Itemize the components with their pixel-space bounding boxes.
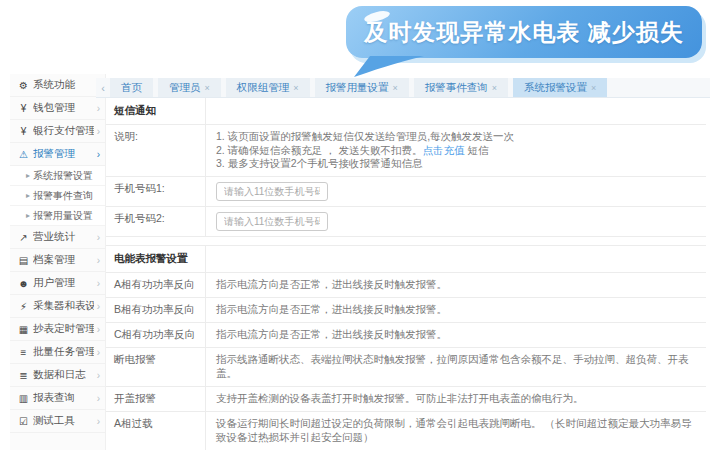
close-icon[interactable]: × (591, 83, 596, 93)
row-desc: 支持开盖检测的设备表盖打开时触发报警。可防止非法打开电表盖的偷电行为。 (206, 387, 706, 411)
sidebar-item-label: 营业统计 (33, 230, 94, 244)
phone2-cell (206, 207, 706, 236)
tab-scroll-left-icon[interactable]: ‹ (96, 78, 110, 97)
chevron-right-icon: › (97, 301, 100, 312)
sidebar-item-label: 用户管理 (33, 276, 94, 290)
sidebar-item-label: 采集器和表设备 (33, 299, 94, 313)
table-row: C相有功功率反向 指示电流方向是否正常，进出线接反时触发报警。 (106, 323, 706, 348)
sidebar-item-collector-devices[interactable]: ⚡ 采集器和表设备 › (10, 295, 105, 318)
yen-icon: ¥ (17, 126, 30, 137)
close-icon[interactable]: × (205, 83, 210, 93)
plug-icon: ⚡ (17, 301, 30, 312)
sidebar-subitem-alarm-usage-settings[interactable]: ▸ 报警用量设置 (10, 206, 105, 226)
sms-notice-panel: 短信通知 说明: 1. 该页面设置的报警触发短信仅发送给管理员,每次触发发送一次… (106, 97, 706, 237)
sidebar-item-meter-reading-schedule[interactable]: ▦ 抄表定时管理 › (10, 318, 105, 341)
app-root: { "colors": { "accent": "#2e7fc0", "bubb… (0, 0, 710, 450)
chevron-right-icon: › (97, 370, 100, 381)
tab-label: 管理员 (169, 81, 201, 95)
recharge-link[interactable]: 点击充值 (423, 144, 465, 156)
sidebar-item-user-management[interactable]: ☻ 用户管理 › (10, 272, 105, 295)
table-row: A相有功功率反向 指示电流方向是否正常，进出线接反时触发报警。 (106, 273, 706, 298)
row-desc: 指示电流方向是否正常，进出线接反时触发报警。 (206, 298, 706, 322)
chevron-right-icon: › (97, 255, 100, 266)
sidebar-subitem-system-alarm-settings[interactable]: ▸ 系统报警设置 (10, 166, 105, 186)
sidebar-item-label: 系统功能 (33, 78, 94, 92)
row-label: C相有功功率反向 (106, 323, 206, 347)
promo-bubble: 及时发现异常水电表 减少损失 (346, 6, 702, 58)
phone1-input[interactable] (216, 182, 328, 201)
chevron-right-icon: › (97, 126, 100, 137)
tab-system-alarm-settings[interactable]: 系统报警设置 × (513, 78, 607, 97)
chevron-right-icon: › (97, 232, 100, 243)
tab-label: 首页 (121, 81, 142, 95)
chevron-right-icon: › (97, 324, 100, 335)
chart-icon: ↗ (17, 232, 30, 243)
tab-alarm-usage-settings[interactable]: 报警用量设置 × (315, 78, 409, 97)
chevron-right-icon: › (97, 347, 100, 358)
meter-alarm-panel: 电能表报警设置 A相有功功率反向 指示电流方向是否正常，进出线接反时触发报警。 … (106, 245, 706, 450)
row-label: 开盖报警 (106, 387, 206, 411)
row-desc: 指示电流方向是否正常，进出线接反时触发报警。 (206, 273, 706, 297)
sidebar-item-label: 档案管理 (33, 253, 94, 267)
row-desc: 指示线路通断状态、表端拉闸状态时触发报警，拉闸原因通常包含余额不足、手动拉闸、超… (206, 348, 706, 386)
phone2-input[interactable] (216, 212, 328, 231)
sidebar-item-wallet[interactable]: ¥ 钱包管理 › (10, 97, 105, 120)
sidebar-subitem-label: 报警用量设置 (33, 209, 93, 223)
sidebar-item-business-stats[interactable]: ↗ 营业统计 › (10, 226, 105, 249)
section-title: 短信通知 (106, 98, 206, 124)
note-line-3: 3. 最多支持设置2个手机号接收报警通知信息 (216, 157, 696, 171)
phone1-cell (206, 177, 706, 206)
table-row: 断电报警 指示线路通断状态、表端拉闸状态时触发报警，拉闸原因通常包含余额不足、手… (106, 348, 706, 387)
sidebar-subitem-alarm-event-query[interactable]: ▸ 报警事件查询 (10, 186, 105, 206)
sidebar-item-label: 测试工具 (33, 414, 94, 428)
folder-icon: ▤ (17, 255, 30, 266)
task-list-icon: ≡ (17, 347, 30, 358)
sidebar-item-label: 银行支付管理 (33, 124, 94, 138)
tab-home[interactable]: 首页 (110, 78, 153, 97)
sidebar-item-label: 钱包管理 (33, 101, 94, 115)
tab-label: 权限组管理 (237, 81, 290, 95)
row-label: 断电报警 (106, 348, 206, 386)
sidebar: ⚙ 系统功能 › ¥ 钱包管理 › ¥ 银行支付管理 › ⚠ 报警管理 › ▸ … (10, 74, 106, 450)
sidebar-item-report-query[interactable]: ▥ 报表查询 › (10, 387, 105, 410)
sidebar-item-batch-tasks[interactable]: ≡ 批量任务管理 › (10, 341, 105, 364)
notes-label: 说明: (106, 125, 206, 176)
chevron-right-icon: › (97, 149, 100, 160)
chevron-right-icon: › (97, 393, 100, 404)
tab-label: 报警事件查询 (425, 81, 488, 95)
sidebar-item-alarm-management[interactable]: ⚠ 报警管理 › (10, 143, 105, 166)
sidebar-item-system-functions[interactable]: ⚙ 系统功能 › (10, 74, 105, 97)
sidebar-item-archive-management[interactable]: ▤ 档案管理 › (10, 249, 105, 272)
row-label: A相有功功率反向 (106, 273, 206, 297)
close-icon[interactable]: × (393, 83, 398, 93)
sidebar-subitem-label: 报警事件查询 (33, 189, 93, 203)
sidebar-item-label: 抄表定时管理 (33, 322, 94, 336)
sidebar-item-bank-payment[interactable]: ¥ 银行支付管理 › (10, 120, 105, 143)
checkbox-icon: ☑ (17, 416, 30, 427)
close-icon[interactable]: × (293, 83, 298, 93)
sidebar-item-label: 批量任务管理 (33, 345, 94, 359)
sidebar-item-test-tools[interactable]: ☑ 测试工具 › (10, 410, 105, 433)
note-line-2: 2. 请确保短信余额充足 ， 发送失败不扣费。点击充值 短信 (216, 144, 696, 158)
tab-alarm-event-query[interactable]: 报警事件查询 × (414, 78, 508, 97)
triangle-right-icon: ▸ (26, 171, 30, 180)
warning-icon: ⚠ (17, 149, 30, 160)
phone2-label: 手机号码2: (106, 207, 206, 236)
section-title: 电能表报警设置 (106, 246, 206, 272)
header-spacer (206, 246, 706, 272)
sidebar-item-data-logs[interactable]: ≣ 数据和日志 › (10, 364, 105, 387)
tab-permission-groups[interactable]: 权限组管理 × (226, 78, 310, 97)
table-row: B相有功功率反向 指示电流方向是否正常，进出线接反时触发报警。 (106, 298, 706, 323)
row-label: A相过载 (106, 412, 206, 450)
yen-icon: ¥ (17, 103, 30, 114)
promo-bubble-text: 及时发现异常水电表 减少损失 (364, 17, 683, 48)
close-icon[interactable]: × (492, 83, 497, 93)
triangle-right-icon: ▸ (26, 191, 30, 200)
tab-bar: ‹ 首页 管理员 × 权限组管理 × 报警用量设置 × 报警事件查询 × 系统报… (96, 78, 710, 98)
row-desc: 设备运行期间长时间超过设定的负荷限制，通常会引起电表跳闸断电。 （长时间超过额定… (206, 412, 706, 450)
chevron-right-icon: › (97, 416, 100, 427)
users-icon: ☻ (17, 278, 30, 289)
gear-icon: ⚙ (17, 80, 30, 91)
chevron-right-icon: › (97, 278, 100, 289)
tab-admin[interactable]: 管理员 × (158, 78, 221, 97)
